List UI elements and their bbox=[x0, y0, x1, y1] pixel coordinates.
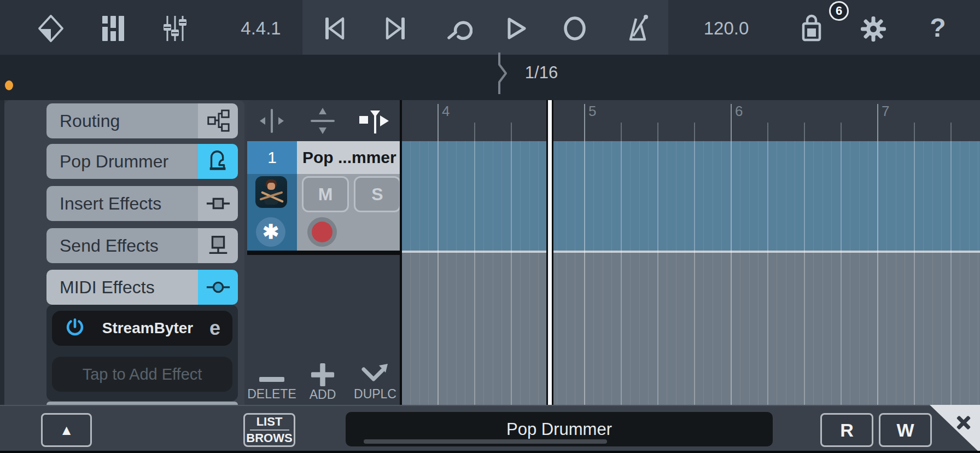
ruler-bar-number: 7 bbox=[882, 103, 889, 120]
midi-icon[interactable] bbox=[198, 270, 238, 305]
effect-slot-name: StreamByter bbox=[86, 320, 209, 337]
skip-end-button[interactable] bbox=[382, 15, 410, 42]
projects-icon[interactable] bbox=[37, 14, 65, 43]
v-resize-icon[interactable] bbox=[307, 107, 338, 135]
track-name-cell[interactable]: Pop ...mmer bbox=[297, 141, 400, 174]
mute-track-button[interactable]: M bbox=[302, 176, 349, 212]
track-avatar[interactable] bbox=[255, 176, 287, 208]
grid-sixteenth-line bbox=[777, 141, 777, 405]
grid-sixteenth-line bbox=[713, 141, 713, 405]
brows-label: BROWS bbox=[246, 432, 292, 445]
grid-sixteenth-line bbox=[419, 141, 420, 405]
list-browse-divider bbox=[250, 429, 289, 431]
inspector-item-midi-effects[interactable]: MIDI Effects bbox=[46, 270, 238, 305]
grid-sixteenth-line bbox=[868, 141, 868, 405]
metronome-icon[interactable] bbox=[624, 13, 652, 43]
ruler-bar-tick bbox=[877, 104, 878, 141]
inspector-item-label: Send Effects bbox=[46, 228, 198, 263]
position-display[interactable]: 4.4.1 bbox=[223, 14, 299, 43]
grid-beat-line bbox=[950, 141, 952, 405]
solo-track-button[interactable]: S bbox=[354, 176, 401, 212]
ruler-bar-number: 6 bbox=[735, 103, 743, 120]
track-row-separator bbox=[247, 251, 400, 255]
settings-gear-icon[interactable] bbox=[859, 15, 888, 43]
ruler-beat-tick bbox=[950, 123, 952, 141]
inspector-item-insert-effects[interactable]: Insert Effects bbox=[46, 186, 238, 221]
grid-sixteenth-line bbox=[969, 141, 970, 405]
track-number-cell[interactable]: 1 bbox=[247, 141, 297, 174]
grid-bar-line bbox=[877, 141, 878, 405]
grid-sixteenth-line bbox=[758, 141, 759, 405]
help-button[interactable]: ? bbox=[921, 12, 954, 43]
record-button[interactable] bbox=[561, 14, 589, 43]
left-edge-strip bbox=[0, 100, 4, 405]
grid-sixteenth-line bbox=[639, 141, 640, 405]
play-button[interactable] bbox=[500, 14, 529, 43]
write-automation-button[interactable]: W bbox=[879, 413, 932, 447]
grid-sixteenth-line bbox=[859, 141, 860, 405]
record-arm-dot bbox=[312, 222, 332, 242]
grid-sixteenth-line bbox=[630, 141, 631, 405]
arrange-track-lane[interactable] bbox=[401, 141, 980, 251]
tempo-display[interactable]: 120.0 bbox=[685, 14, 767, 43]
inspector-item-send-effects[interactable]: Send Effects bbox=[46, 228, 238, 263]
inspector-item-label: MIDI Effects bbox=[46, 270, 198, 305]
panel-collapse-button[interactable]: ▲ bbox=[41, 413, 92, 447]
track-marker-icon[interactable] bbox=[358, 106, 392, 136]
ruler-bar-number: 4 bbox=[442, 103, 450, 120]
track-number: 1 bbox=[267, 148, 277, 167]
insert-icon[interactable] bbox=[198, 186, 238, 221]
scroll-indicator bbox=[364, 439, 607, 444]
freeze-asterisk-button[interactable]: ✱ bbox=[256, 217, 285, 247]
ruler-beat-tick bbox=[914, 123, 915, 141]
ruler-beat-tick bbox=[621, 123, 622, 141]
grid-sixteenth-line bbox=[428, 141, 429, 405]
inspector-item-label: Pop Drummer bbox=[46, 144, 198, 179]
mixer-icon[interactable] bbox=[162, 15, 188, 42]
active-tool-dot bbox=[5, 80, 13, 90]
grid-sixteenth-line bbox=[786, 141, 786, 405]
h-resize-icon[interactable] bbox=[256, 108, 287, 134]
quantize-value[interactable]: 1/16 bbox=[511, 59, 571, 86]
mute-label: M bbox=[318, 184, 333, 205]
cycle-loop-button[interactable] bbox=[444, 14, 472, 43]
duplicate-track-button[interactable]: DUPLC bbox=[351, 362, 400, 402]
ruler-beat-tick bbox=[657, 123, 658, 141]
selected-track-name: Pop Drummer bbox=[506, 420, 612, 439]
grid-sixteenth-line bbox=[566, 141, 567, 405]
store-button[interactable] bbox=[797, 13, 826, 44]
add-track-button[interactable]: ADD bbox=[298, 362, 347, 402]
grid-beat-line bbox=[914, 141, 915, 405]
grid-sixteenth-line bbox=[721, 141, 722, 405]
effect-slot-streambyter[interactable]: StreamByter e bbox=[52, 311, 232, 346]
timeline-ruler[interactable] bbox=[401, 100, 980, 141]
bottom-black-strip bbox=[0, 451, 980, 453]
edit-toolbar: SELSPLITGLUEERASEDRAWMUTETRANSPQUANTSTRE… bbox=[0, 55, 980, 100]
store-badge: 6 bbox=[829, 1, 849, 21]
grid-sixteenth-line bbox=[501, 141, 502, 405]
grid-sixteenth-line bbox=[465, 141, 465, 405]
grid-sixteenth-line bbox=[886, 141, 887, 405]
record-arm-button[interactable] bbox=[307, 217, 337, 247]
instrument-icon[interactable] bbox=[198, 144, 238, 179]
list-browser-button[interactable]: LIST BROWS bbox=[243, 413, 295, 447]
arrange-empty-area[interactable] bbox=[401, 253, 980, 405]
action-label: DUPLC bbox=[354, 387, 396, 402]
grid-sixteenth-line bbox=[795, 141, 795, 405]
inspector-item-pop-drummer[interactable]: Pop Drummer bbox=[46, 144, 238, 179]
grid-bar-line bbox=[438, 141, 439, 405]
skip-start-button[interactable] bbox=[320, 15, 348, 42]
selected-track-display[interactable]: Pop Drummer bbox=[346, 412, 773, 446]
playhead[interactable] bbox=[546, 100, 553, 405]
delete-track-button[interactable]: DELETE bbox=[247, 362, 296, 402]
send-icon[interactable] bbox=[198, 228, 238, 263]
inspector-item-routing[interactable]: Routing bbox=[46, 103, 238, 138]
power-icon[interactable] bbox=[64, 317, 86, 339]
keys-icon[interactable] bbox=[101, 16, 125, 41]
effect-vendor-logo: e bbox=[209, 317, 220, 340]
read-automation-button[interactable]: R bbox=[820, 413, 873, 447]
add-effect-slot[interactable]: Tap to Add Effect bbox=[52, 357, 232, 392]
ruler-bar-tick bbox=[731, 104, 732, 141]
grid-beat-line bbox=[657, 141, 658, 405]
routing-icon[interactable] bbox=[198, 103, 238, 138]
